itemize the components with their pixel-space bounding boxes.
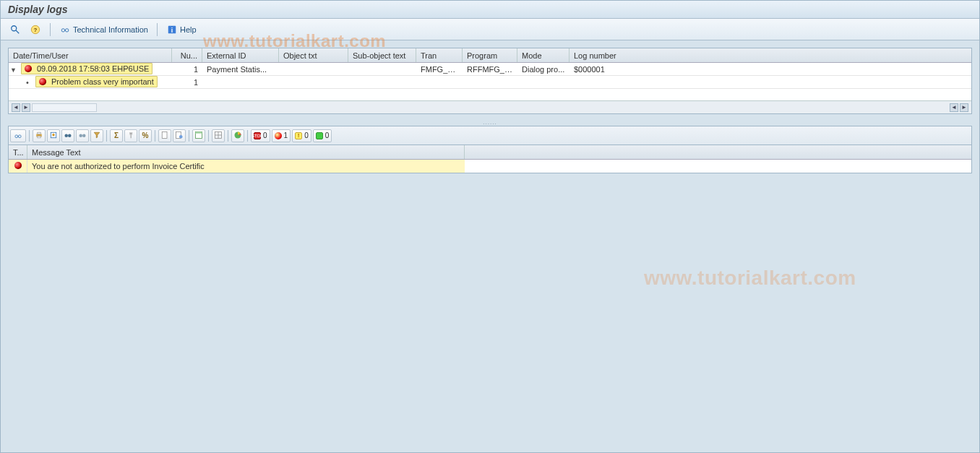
svg-text:?: ? — [34, 26, 38, 33]
col-log-no[interactable]: Log number — [569, 48, 694, 62]
help-label: Help — [180, 25, 197, 34]
cell-mode: Dialog pro... — [517, 63, 569, 75]
subtotal-icon: ⤒ — [128, 131, 134, 139]
error-status-icon — [25, 65, 32, 72]
cell-log-no: $000001 — [569, 63, 694, 75]
log-child-badge: Problem class very important — [35, 76, 158, 87]
cell-tran: FMFG_SS... — [416, 63, 463, 75]
chart-button[interactable] — [231, 129, 244, 142]
log-child-row[interactable]: • Problem class very important 1 — [9, 76, 971, 89]
scroll-left-icon[interactable]: ◄ — [950, 103, 958, 112]
subtotal-button[interactable]: ⤒ — [124, 129, 137, 142]
svg-line-1 — [16, 30, 19, 33]
horizontal-scrollbar[interactable]: ◄ ► ◄ ► — [9, 100, 971, 113]
stop-count[interactable]: STOP0 — [251, 129, 270, 142]
scroll-right-icon[interactable]: ► — [960, 103, 968, 112]
error-status-icon — [39, 78, 46, 85]
cell-child-num: 1 — [172, 76, 202, 88]
excel-button[interactable] — [192, 129, 205, 142]
cell-obj-txt — [279, 63, 348, 75]
log-date-user: 09.09.2018 17:58:03 EHP6USE — [37, 63, 149, 74]
info-icon: i — [166, 24, 178, 35]
message-row[interactable]: You are not authorized to perform Invoic… — [9, 160, 971, 173]
cell-subobj — [348, 63, 416, 75]
col-msg-type[interactable]: T... — [9, 145, 27, 159]
scroll-track[interactable] — [32, 103, 97, 112]
percent-icon: % — [142, 131, 149, 139]
log-row[interactable]: ▼ 09.09.2018 17:58:03 EHP6USE 1 Payment … — [9, 63, 971, 76]
col-subobj[interactable]: Sub-object text — [348, 48, 416, 62]
scroll-right-icon[interactable]: ► — [22, 103, 30, 112]
technical-information-label: Technical Information — [73, 25, 148, 34]
cell-program: RFFMFG_S... — [463, 63, 517, 75]
svg-point-17 — [68, 134, 72, 137]
svg-text:i: i — [171, 26, 173, 33]
layout-choose-button[interactable] — [173, 129, 186, 142]
sum-button[interactable]: Σ — [110, 129, 123, 142]
question-icon: ? — [30, 24, 41, 35]
success-count[interactable]: 0 — [313, 129, 332, 142]
svg-point-0 — [12, 25, 17, 30]
col-date-user[interactable]: Date/Time/User — [9, 48, 172, 62]
message-type-cell — [9, 160, 27, 173]
magnifier-icon — [9, 24, 21, 35]
cell-ext-id: Payment Statis... — [202, 63, 279, 75]
col-program[interactable]: Program — [463, 48, 517, 62]
warning-count[interactable]: !0 — [292, 129, 311, 142]
col-num[interactable]: Nu... — [172, 48, 202, 62]
scroll-left-icon[interactable]: ◄ — [12, 103, 20, 112]
grid-button[interactable] — [212, 129, 225, 142]
svg-point-22 — [179, 135, 183, 139]
leaf-icon: • — [22, 78, 33, 87]
glasses-icon — [12, 130, 24, 142]
col-tran[interactable]: Tran — [416, 48, 463, 62]
sheet-gear-icon — [175, 131, 184, 141]
print-preview-button[interactable] — [7, 22, 24, 37]
expand-icon[interactable]: ▼ — [10, 66, 19, 74]
binoculars-next-icon — [78, 131, 87, 141]
pie-icon — [233, 131, 242, 141]
cell-num: 1 — [172, 63, 202, 75]
col-msg-text[interactable]: Message Text — [27, 145, 465, 159]
success-icon — [316, 132, 323, 139]
printer-icon — [35, 131, 43, 141]
percent-button[interactable]: % — [139, 129, 152, 142]
filter-button[interactable] — [90, 129, 103, 142]
spreadsheet-icon — [194, 131, 203, 141]
col-mode[interactable]: Mode — [517, 48, 569, 62]
find-next-button[interactable] — [76, 129, 89, 142]
layout-button[interactable] — [158, 129, 171, 142]
separator — [157, 23, 158, 36]
svg-point-16 — [65, 134, 69, 137]
svg-rect-24 — [196, 131, 202, 133]
col-obj-txt[interactable]: Object txt — [279, 48, 348, 62]
glasses-icon — [59, 24, 71, 35]
message-table-header: T... Message Text — [9, 145, 971, 160]
grid-icon — [214, 131, 223, 141]
technical-information-button[interactable]: Technical Information — [56, 22, 151, 37]
svg-point-18 — [79, 134, 83, 137]
help-topic-button[interactable]: ? — [27, 22, 44, 37]
funnel-icon — [93, 131, 101, 141]
error-count-value: 1 — [284, 131, 288, 139]
svg-point-19 — [82, 134, 86, 137]
sigma-icon: Σ — [114, 131, 119, 139]
log-tree-table: Date/Time/User Nu... External ID Object … — [8, 48, 972, 114]
error-count[interactable]: 1 — [272, 129, 291, 142]
export-icon — [49, 131, 58, 141]
warning-icon: ! — [295, 132, 302, 139]
log-table-header: Date/Time/User Nu... External ID Object … — [9, 48, 971, 63]
message-table: T... Message Text You are not authorized… — [8, 144, 972, 173]
help-button[interactable]: i Help — [163, 22, 199, 37]
warning-count-value: 0 — [304, 131, 309, 139]
detail-button[interactable] — [10, 129, 26, 142]
export-button[interactable] — [47, 129, 60, 142]
find-button[interactable] — [61, 129, 74, 142]
col-ext-id[interactable]: External ID — [202, 48, 279, 62]
svg-point-4 — [61, 28, 64, 31]
page-title: Display logs — [1, 1, 979, 19]
print-button[interactable] — [33, 129, 46, 142]
message-toolbar: Σ ⤒ % STOP0 1 !0 0 — [8, 126, 972, 144]
sheet-icon — [160, 131, 169, 141]
svg-rect-20 — [162, 131, 167, 138]
